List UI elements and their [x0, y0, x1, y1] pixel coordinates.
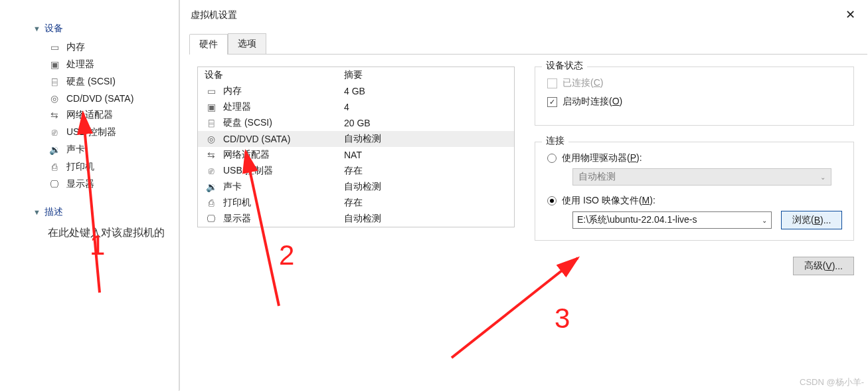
header-summary: 摘要 — [344, 69, 507, 81]
tree-devices-label: 设备 — [44, 23, 63, 35]
device-summary: 存在 — [344, 197, 507, 209]
tree-item[interactable]: ⎙打印机 — [0, 158, 179, 176]
tree-item-label: 显示器 — [66, 178, 94, 190]
tree-item-label: 处理器 — [66, 59, 94, 70]
iso-file-combobox[interactable]: E:\系统\ubuntu-22.04.1-live-s ⌄ — [572, 211, 772, 229]
tree-item-label: 声卡 — [66, 144, 85, 156]
checkbox-connected: 已连接(C) — [547, 77, 844, 89]
printer-icon: ⎙ — [205, 197, 218, 208]
tree-item-label: CD/DVD (SATA) — [66, 93, 133, 104]
header-device: 设备 — [205, 69, 344, 81]
chevron-down-icon: ⌄ — [762, 217, 767, 224]
tree-devices-header[interactable]: ▼ 设备 — [0, 20, 179, 39]
table-row[interactable]: ◎CD/DVD (SATA)自动检测 — [198, 131, 514, 147]
table-row[interactable]: 🔉声卡自动检测 — [198, 179, 514, 195]
tree-item-label: 网络适配器 — [66, 109, 113, 121]
tree-item[interactable]: ▭内存 — [0, 39, 179, 56]
physical-drive-value: 自动检测 — [578, 171, 616, 183]
tree-item[interactable]: ⇆网络适配器 — [0, 106, 179, 124]
left-tree: ▼ 设备 ▭内存▣处理器⌸硬盘 (SCSI)◎CD/DVD (SATA)⇆网络适… — [0, 0, 179, 391]
disc-icon: ◎ — [205, 134, 218, 144]
radio-icon — [547, 196, 557, 205]
device-summary: 自动检测 — [344, 181, 507, 193]
device-summary: 自动检测 — [344, 133, 507, 145]
radio-physical-drive[interactable]: 使用物理驱动器(P): — [547, 152, 844, 164]
device-summary: 4 GB — [344, 86, 507, 96]
checkbox-connected-label: 已连接(C) — [563, 77, 603, 89]
tree-item[interactable]: ⌸硬盘 (SCSI) — [0, 73, 179, 90]
group-connection: 连接 使用物理驱动器(P): 自动检测 ⌄ 使用 ISO 映像文件(M): E:… — [535, 142, 854, 241]
table-row[interactable]: ⇆网络适配器NAT — [198, 147, 514, 163]
device-name: 硬盘 (SCSI) — [223, 117, 272, 129]
table-row[interactable]: 🖵显示器自动检测 — [198, 211, 514, 227]
physical-drive-select: 自动检测 ⌄ — [572, 168, 831, 186]
device-panel: 设备 摘要 ▭内存4 GB▣处理器4⌸硬盘 (SCSI)20 GB◎CD/DVD… — [197, 66, 515, 275]
device-summary: 存在 — [344, 165, 507, 177]
audio-icon: 🔉 — [205, 182, 218, 192]
iso-file-value: E:\系统\ubuntu-22.04.1-live-s — [577, 214, 697, 226]
tree-desc-header[interactable]: ▼ 描述 — [0, 203, 179, 222]
advanced-button[interactable]: 高级(V)... — [793, 257, 854, 275]
table-row[interactable]: ⎚USB 控制器存在 — [198, 163, 514, 179]
legend-status: 设备状态 — [542, 60, 587, 72]
table-row[interactable]: ▣处理器4 — [198, 99, 514, 115]
device-summary: NAT — [344, 150, 507, 160]
device-name: USB 控制器 — [223, 165, 273, 177]
disc-icon: ◎ — [48, 93, 61, 104]
checkbox-icon: ✓ — [547, 97, 557, 107]
chevron-down-icon: ▼ — [33, 208, 41, 216]
annotation-number-3: 3 — [555, 303, 570, 334]
close-icon[interactable]: ✕ — [844, 9, 857, 20]
cpu-icon: ▣ — [48, 59, 61, 70]
device-name: 处理器 — [223, 101, 251, 113]
radio-iso-label: 使用 ISO 映像文件(M): — [562, 195, 655, 207]
network-icon: ⇆ — [205, 150, 218, 160]
checkbox-icon — [547, 78, 557, 88]
tree-item-label: 打印机 — [66, 161, 94, 173]
table-row[interactable]: ⎙打印机存在 — [198, 195, 514, 211]
device-summary: 自动检测 — [344, 213, 507, 225]
tab-bar: 硬件 选项 — [189, 33, 867, 55]
table-row[interactable]: ▭内存4 GB — [198, 83, 514, 99]
usb-icon: ⎚ — [205, 166, 218, 176]
chevron-down-icon: ⌄ — [820, 174, 825, 181]
tree-item[interactable]: 🔉声卡 — [0, 141, 179, 158]
browse-button[interactable]: 浏览(B)... — [781, 211, 842, 229]
memory-icon: ▭ — [205, 86, 218, 96]
device-name: CD/DVD (SATA) — [223, 134, 290, 144]
device-table: 设备 摘要 ▭内存4 GB▣处理器4⌸硬盘 (SCSI)20 GB◎CD/DVD… — [197, 66, 515, 227]
radio-icon — [547, 154, 557, 163]
display-icon: 🖵 — [48, 179, 61, 190]
radio-physical-label: 使用物理驱动器(P): — [562, 152, 642, 164]
tree-item[interactable]: ⎚USB 控制器 — [0, 124, 179, 141]
tree-item-label: 硬盘 (SCSI) — [66, 76, 116, 88]
audio-icon: 🔉 — [48, 144, 61, 155]
device-summary: 20 GB — [344, 118, 507, 128]
tree-item[interactable]: ▣处理器 — [0, 56, 179, 73]
device-table-header: 设备 摘要 — [198, 67, 514, 83]
radio-use-iso[interactable]: 使用 ISO 映像文件(M): — [547, 195, 844, 207]
device-name: 声卡 — [223, 181, 242, 193]
device-name: 显示器 — [223, 213, 251, 225]
group-device-status: 设备状态 已连接(C) ✓ 启动时连接(O) — [535, 66, 854, 126]
checkbox-connect-on-start-label: 启动时连接(O) — [563, 96, 622, 108]
network-icon: ⇆ — [48, 110, 61, 120]
tree-desc-label: 描述 — [44, 206, 63, 218]
tree-item-label: 内存 — [66, 41, 85, 53]
tab-options[interactable]: 选项 — [228, 33, 266, 54]
tree-item[interactable]: 🖵显示器 — [0, 176, 179, 193]
vm-settings-dialog: 虚拟机设置 ✕ 硬件 选项 设备 摘要 ▭内存4 GB▣处理器4⌸硬盘 (SCS… — [179, 0, 867, 390]
printer-icon: ⎙ — [48, 162, 61, 172]
table-row[interactable]: ⌸硬盘 (SCSI)20 GB — [198, 115, 514, 131]
device-summary: 4 — [344, 102, 507, 112]
tab-hardware[interactable]: 硬件 — [189, 34, 228, 55]
device-name: 内存 — [223, 85, 242, 97]
checkbox-connect-on-start[interactable]: ✓ 启动时连接(O) — [547, 96, 844, 108]
memory-icon: ▭ — [48, 42, 61, 53]
device-name: 打印机 — [223, 197, 251, 209]
tree-item[interactable]: ◎CD/DVD (SATA) — [0, 90, 179, 106]
dialog-title: 虚拟机设置 — [191, 9, 237, 21]
usb-icon: ⎚ — [48, 127, 61, 138]
disk-icon: ⌸ — [205, 118, 218, 128]
display-icon: 🖵 — [205, 213, 218, 224]
